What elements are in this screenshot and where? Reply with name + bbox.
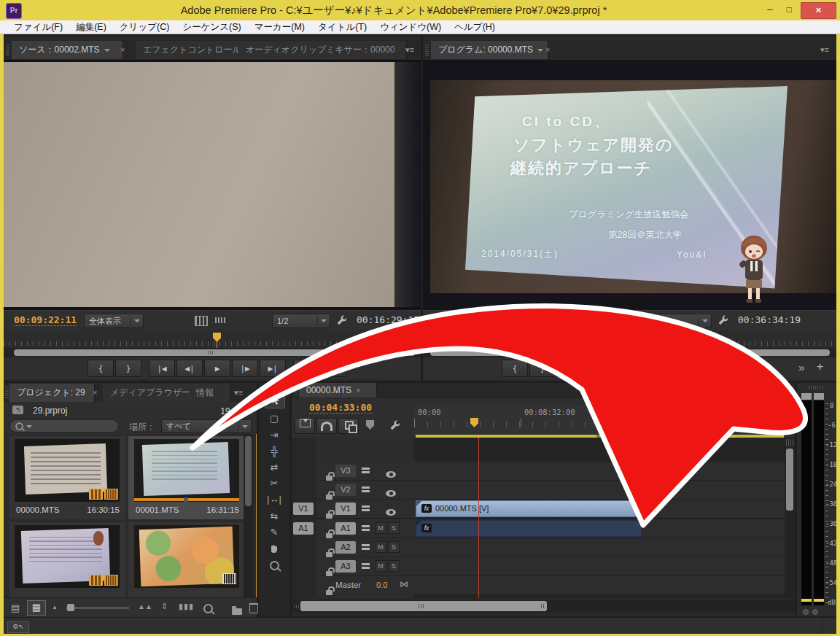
sync-lock-icon[interactable] <box>362 544 370 551</box>
sort-order-icon[interactable]: ⇕ <box>161 602 168 611</box>
sync-lock-icon[interactable] <box>362 468 370 474</box>
track-target-v1[interactable]: V1 <box>335 503 356 515</box>
close-button[interactable]: × <box>801 2 836 19</box>
panel-grip[interactable] <box>294 385 298 395</box>
timeline-vscrollbar[interactable] <box>785 438 795 598</box>
program-zoom-bar[interactable] <box>430 349 830 356</box>
overwrite-button[interactable] <box>321 360 347 377</box>
sync-lock-icon[interactable] <box>362 505 370 512</box>
tab-media-browser[interactable]: メディアブラウザー <box>103 384 194 402</box>
drag-video-icon[interactable] <box>195 316 208 326</box>
project-item-00001[interactable]: 00001.MTS 16:31:15 <box>128 436 244 519</box>
source-patch-a1[interactable]: A1 <box>293 522 314 535</box>
goto-in-button[interactable]: |◀ <box>149 360 175 377</box>
clear-button[interactable] <box>249 603 258 613</box>
location-select[interactable]: すべて <box>161 419 252 433</box>
track-target-a2[interactable]: A2 <box>335 541 356 554</box>
automate-to-sequence-icon[interactable]: ▮▮▮ <box>179 602 194 611</box>
source-current-timecode[interactable]: 00:09:22:11 <box>14 314 77 326</box>
slider-knob[interactable] <box>67 604 74 611</box>
project-item-00000[interactable]: 00000.MTS 16:30:15 <box>9 436 125 519</box>
slide-tool[interactable]: ⇆ <box>265 508 284 523</box>
list-view-button[interactable]: ▤ <box>11 602 20 613</box>
source-time-ruler[interactable] <box>4 330 421 348</box>
timeline-clip-audio[interactable]: fx <box>416 520 642 537</box>
pen-tool[interactable]: ✎ <box>265 524 284 539</box>
parent-bin-icon[interactable]: ↰ <box>12 406 23 414</box>
source-zoom-select[interactable]: 全体表示 <box>84 314 144 328</box>
selection-tool[interactable] <box>265 392 285 408</box>
menu-title[interactable]: タイトル(T) <box>311 21 373 34</box>
nest-insert-toggle[interactable] <box>295 418 315 434</box>
program-zoom-scrollbar[interactable] <box>423 348 836 357</box>
tab-info[interactable]: 情報 <box>189 384 230 402</box>
tab-sequence[interactable]: 00000.MTS × <box>299 383 377 398</box>
menu-window[interactable]: ウィンドウ(W) <box>373 21 448 34</box>
program-resolution-select[interactable]: 1/2 <box>653 314 712 328</box>
track-lock-icon[interactable] <box>326 552 332 557</box>
linked-selection-toggle[interactable] <box>338 418 359 434</box>
timeline-clip-video[interactable]: fx 00000.MTS [V] <box>416 500 642 517</box>
sync-lock-icon[interactable] <box>362 486 370 493</box>
project-item-3[interactable] <box>9 522 125 597</box>
source-zoom-bar[interactable] <box>14 349 415 356</box>
drag-audio-icon[interactable] <box>215 316 227 325</box>
panel-menu-icon[interactable]: ▾≡ <box>234 388 247 397</box>
track-target-v3[interactable]: V3 <box>335 465 356 477</box>
add-marker-button[interactable] <box>366 420 374 430</box>
zoom-out-icon[interactable]: ▲▲ <box>138 602 152 610</box>
track-target-a3[interactable]: A3 <box>335 560 356 573</box>
clip-name[interactable]: 00000.MTS <box>16 505 59 514</box>
sort-button[interactable]: ▲ <box>52 604 58 610</box>
menu-sequence[interactable]: シーケンス(S) <box>176 21 247 34</box>
status-gear-button[interactable]: ⚙↖ <box>7 621 29 633</box>
thumbnail-zoom-slider[interactable] <box>66 607 129 609</box>
keyframe-toggle-icon[interactable]: ⋈ <box>400 579 408 589</box>
track-output-eye-icon[interactable] <box>386 509 396 516</box>
solo-button[interactable]: S <box>388 560 400 572</box>
track-lock-icon[interactable] <box>326 533 332 538</box>
clip-name[interactable]: 00001.MTS <box>136 505 179 514</box>
tab-program-monitor[interactable]: プログラム: 00000.MTS <box>431 41 548 59</box>
tab-close-icon[interactable]: × <box>356 381 360 400</box>
track-select-tool[interactable]: ▢ <box>265 411 284 425</box>
panel-menu-icon[interactable]: ▾≡ <box>405 45 419 54</box>
track-lock-icon[interactable] <box>326 513 332 519</box>
menu-help[interactable]: ヘルプ(H) <box>448 21 502 34</box>
extract-button[interactable] <box>735 360 761 377</box>
source-resolution-select[interactable]: 1/2 <box>272 314 330 328</box>
project-scrollbar-thumb[interactable] <box>245 436 252 506</box>
menu-marker[interactable]: マーカー(M) <box>248 21 311 34</box>
tab-close-icon[interactable]: × <box>120 41 125 59</box>
timeline-vscroll-thumb[interactable] <box>786 449 793 511</box>
timeline-hscrollbar[interactable] <box>292 600 795 613</box>
tab-dropdown-icon[interactable] <box>537 49 543 55</box>
program-time-ruler[interactable] <box>423 330 836 348</box>
mute-button[interactable]: M <box>375 541 386 553</box>
tab-close-icon[interactable]: × <box>93 384 97 402</box>
lift-button[interactable] <box>707 360 734 377</box>
slip-tool[interactable]: |↔| <box>265 492 284 506</box>
search-input[interactable] <box>9 419 119 433</box>
meter-circle-right[interactable] <box>812 609 818 615</box>
tab-audio-clip-mixer[interactable]: オーディオクリップミキサー：00000 <box>238 41 407 59</box>
project-item-4[interactable] <box>128 522 244 597</box>
snap-toggle[interactable] <box>316 418 337 434</box>
source-patch-v1[interactable]: V1 <box>293 503 314 515</box>
sync-lock-icon[interactable] <box>362 563 370 570</box>
mark-in-button[interactable]: { <box>502 360 528 377</box>
timeline-settings-wrench-icon[interactable] <box>389 419 401 431</box>
track-target-v2[interactable]: V2 <box>335 484 356 496</box>
add-button[interactable]: + <box>817 360 823 373</box>
find-button[interactable] <box>203 604 213 613</box>
panel-grip[interactable] <box>268 386 280 389</box>
settings-wrench-icon[interactable] <box>336 314 348 326</box>
tab-source-monitor[interactable]: ソース：00002.MTS <box>12 41 123 59</box>
step-back-button[interactable]: ◀| <box>176 360 203 377</box>
track-output-eye-icon[interactable] <box>386 471 396 478</box>
rate-stretch-tool[interactable]: ⇄ <box>265 459 284 474</box>
timeline-timecode[interactable]: 00:04:33:00 <box>309 402 372 414</box>
step-forward-button[interactable]: |▶ <box>646 360 672 377</box>
mark-in-button[interactable]: { <box>88 360 114 377</box>
program-current-timecode[interactable]: 00:04:33:00 <box>432 314 494 326</box>
